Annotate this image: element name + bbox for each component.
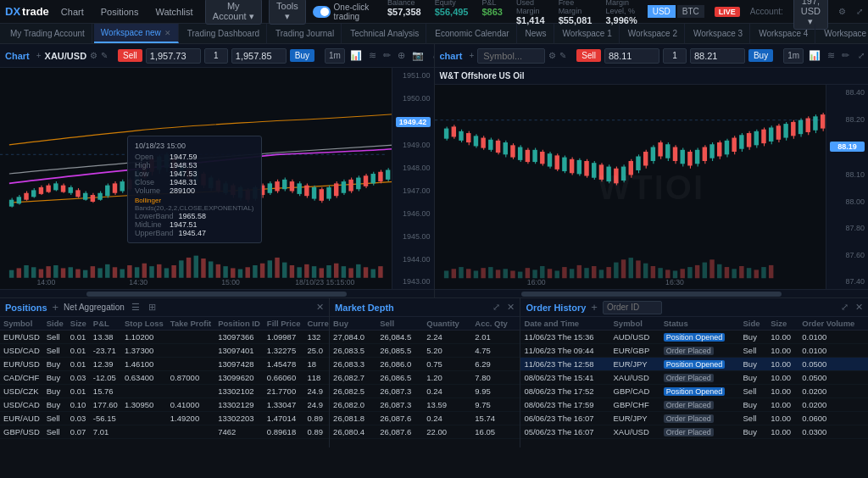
plus-icon-right[interactable]: + (469, 51, 474, 60)
cell-symbol: XAU/USD (610, 425, 660, 439)
order-id-search[interactable] (603, 301, 662, 314)
cell-size: 0.10 (67, 398, 90, 412)
qty-input-left[interactable] (204, 48, 228, 64)
chart-scrollbar-right[interactable] (435, 289, 869, 297)
sell-price-right[interactable] (604, 48, 659, 64)
sell-button-right[interactable]: Sell (576, 49, 601, 62)
cell-vol: 0.0500 (798, 371, 868, 385)
ws-tab-trading-dashboard[interactable]: Trading Dashboard (181, 24, 267, 43)
timeframe-right[interactable]: 1m (783, 48, 804, 64)
ws-tab-workspace3[interactable]: Workspace 3 (687, 24, 750, 43)
qty-input-right[interactable] (663, 48, 687, 64)
positions-grid-icon[interactable]: ⊞ (147, 302, 158, 313)
drawing-icon-r[interactable]: ✏ (840, 50, 851, 61)
ws-tab-trading-journal[interactable]: Trading Journal (269, 24, 342, 43)
chart-scrollbar-left[interactable] (0, 289, 434, 297)
chart-toolbar-right: chart + ⚙ ✎ Sell Buy 1m 📊 ≋ ✏ ⤢ ✕ (435, 44, 869, 68)
ws-tab-workspace1[interactable]: Workspace 1 (556, 24, 620, 43)
table-row: 06/06/23 The 16:07 EUR/JPY Order Placed … (520, 412, 868, 425)
svg-rect-161 (451, 269, 455, 278)
nav-positions[interactable]: Positions (96, 7, 144, 17)
ws-tab-economic-calendar[interactable]: Economic Calendar (428, 24, 516, 43)
tools-button[interactable]: Tools ▾ (269, 0, 306, 25)
scrollbar-thumb-left[interactable] (86, 292, 347, 297)
indicators-icon-r[interactable]: ≋ (826, 50, 837, 61)
orders-expand-icon[interactable]: ⤢ (839, 302, 850, 313)
expand-icon[interactable]: ⤢ (856, 7, 863, 16)
current-price-right: 88.19 (830, 142, 865, 152)
timeframe-left[interactable]: 1m (325, 48, 345, 64)
ws-tab-workspace2[interactable]: Workspace 2 (621, 24, 685, 43)
table-row: EUR/USD Buy 0.01 12.39 1.46100 13097428 … (0, 358, 329, 371)
buy-button-right[interactable]: Buy (748, 49, 773, 62)
nav-chart[interactable]: Chart (56, 7, 89, 17)
indicators-icon[interactable]: ≋ (367, 50, 378, 61)
positions-table-scroll[interactable]: Symbol Side Size P&L Stop Loss Take Prof… (0, 317, 329, 447)
symbol-search-right[interactable] (477, 48, 545, 64)
svg-rect-176 (562, 267, 566, 278)
chart-settings-icon[interactable]: ⚙ (90, 51, 97, 60)
depth-close-button[interactable]: ✕ (507, 302, 515, 313)
fullscreen-icon-right[interactable]: ⤢ (858, 51, 865, 60)
plus-icon-left[interactable]: + (36, 51, 42, 60)
svg-rect-154 (386, 170, 390, 179)
cell-fill: 0.66060 (264, 371, 304, 385)
sell-price-left[interactable] (146, 48, 201, 64)
svg-text:18/10/23 15:15:00: 18/10/23 15:15:00 (295, 278, 354, 286)
svg-rect-228 (525, 150, 529, 162)
positions-add-button[interactable]: + (53, 301, 59, 314)
my-account-button[interactable]: My Account ▾ (205, 0, 262, 25)
symbol-edit-icon[interactable]: ✎ (559, 51, 566, 60)
btc-button[interactable]: BTC (677, 5, 704, 18)
cell-side: Buy (740, 371, 768, 385)
toggle-control[interactable] (313, 6, 331, 18)
screenshot-icon[interactable]: 📷 (410, 50, 426, 61)
cell-sl (121, 425, 167, 439)
positions-list-icon[interactable]: ☰ (130, 302, 142, 313)
svg-rect-234 (547, 153, 551, 166)
cell-side: Buy (740, 398, 768, 412)
magnet-icon[interactable]: ⊕ (396, 50, 407, 61)
workspace-tab-bar: My Trading Account Workspace new ✕ Tradi… (0, 24, 868, 44)
chart-type-icon[interactable]: 📊 (348, 50, 364, 61)
tooltip-upper-row: UpperBand 1945.47 (135, 229, 254, 237)
buy-button-left[interactable]: Buy (290, 49, 314, 62)
close-icon[interactable]: ✕ (164, 29, 171, 37)
orders-table-scroll[interactable]: Date and Time Symbol Status Side Size Or… (520, 317, 868, 447)
ws-tab-workspace4[interactable]: Workspace 4 (752, 24, 815, 43)
svg-rect-196 (709, 259, 714, 278)
equity-label: Equity (435, 0, 469, 7)
chart-edit-icon[interactable]: ✎ (101, 51, 108, 60)
cell-pnl: 15.76 (90, 385, 121, 398)
orders-add-button[interactable]: + (591, 301, 598, 314)
usd-button[interactable]: USD (648, 5, 676, 18)
settings-icon[interactable]: ⚙ (838, 7, 846, 16)
cell-pnl: -12.05 (90, 371, 121, 385)
svg-rect-126 (282, 180, 287, 189)
svg-rect-288 (746, 133, 750, 147)
depth-table-scroll[interactable]: Buy Sell Quantity Acc. Qty 27,084.0 26,0… (330, 317, 520, 447)
orders-close-button[interactable]: ✕ (855, 302, 863, 313)
chart-type-icon-r[interactable]: 📊 (807, 50, 822, 61)
buy-price-right[interactable] (690, 48, 745, 64)
ws-tab-workspace-new[interactable]: Workspace new ✕ (94, 24, 179, 43)
svg-rect-224 (510, 145, 515, 157)
svg-rect-240 (569, 159, 573, 173)
depth-expand-icon[interactable]: ⤢ (491, 302, 502, 313)
cell-vol: 0.0200 (798, 385, 868, 398)
ws-tab-news[interactable]: News (519, 24, 554, 43)
one-click-toggle[interactable]: One-click trading (313, 3, 381, 21)
tooltip-date: 10/18/23 15:00 (135, 142, 254, 150)
ws-tab-technical-analysis[interactable]: Technical Analysis (343, 24, 426, 43)
symbol-settings-icon[interactable]: ⚙ (548, 51, 556, 60)
ws-tab-workspace5[interactable]: Workspace 5 (817, 24, 868, 43)
ws-tab-my-trading[interactable]: My Trading Account (3, 24, 92, 43)
positions-close-button[interactable]: ✕ (316, 302, 324, 313)
scrollbar-thumb-right[interactable] (521, 292, 782, 297)
sell-button-left[interactable]: Sell (118, 49, 142, 62)
drawing-icon[interactable]: ✏ (381, 50, 392, 61)
cell-sell: 26,084.5 (376, 331, 423, 344)
svg-rect-300 (791, 122, 795, 136)
buy-price-left[interactable] (231, 48, 287, 64)
nav-watchlist[interactable]: Watchlist (150, 7, 198, 17)
